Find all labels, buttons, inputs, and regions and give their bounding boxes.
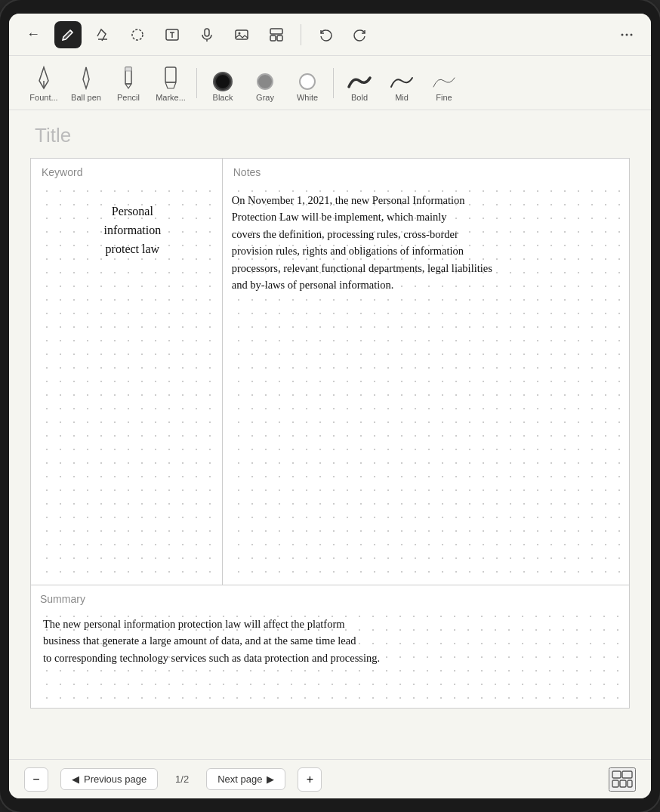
eraser-icon — [95, 27, 110, 42]
lasso-icon — [130, 27, 145, 42]
summary-section: Summary The new personal information pro… — [30, 585, 630, 709]
redo-icon — [353, 27, 368, 42]
pen-toolbar: Fount... Ball pen — [9, 56, 651, 110]
canvas-area[interactable]: Title Keyword Personalinformationprotect… — [9, 110, 651, 759]
text-icon — [165, 27, 180, 42]
text-button[interactable] — [159, 21, 186, 48]
pencil-icon — [120, 66, 137, 90]
svg-rect-15 — [125, 67, 131, 71]
fountain-pen-icon — [33, 66, 54, 90]
undo-icon — [318, 27, 333, 42]
svg-marker-17 — [165, 82, 176, 88]
white-color-icon — [299, 66, 316, 90]
keyword-header: Keyword — [40, 166, 213, 184]
notes-header: Notes — [232, 166, 620, 184]
bold-stroke-tool[interactable]: Bold — [340, 63, 379, 105]
prev-page-button[interactable]: ◀ Previous page — [60, 768, 158, 790]
fountain-pen-label: Fount... — [29, 93, 57, 102]
svg-point-9 — [626, 33, 628, 36]
notes-content[interactable]: On November 1, 2021, the new Personal In… — [232, 184, 620, 577]
bold-stroke-label: Bold — [351, 93, 368, 102]
back-button[interactable]: ← — [20, 21, 47, 48]
mid-stroke-tool[interactable]: Mid — [382, 63, 421, 105]
cornell-header-row: Keyword Personalinformationprotect law N… — [31, 159, 630, 585]
svg-rect-20 — [612, 780, 618, 787]
pencil-tool[interactable]: Pencil — [109, 63, 148, 105]
pen-color-divider — [196, 68, 197, 98]
svg-rect-16 — [165, 67, 176, 82]
white-color-label: White — [297, 93, 318, 102]
pen-weight-divider — [333, 68, 334, 98]
svg-rect-18 — [612, 771, 621, 778]
mic-icon — [199, 27, 214, 42]
grid-layout-button[interactable] — [609, 767, 636, 792]
device: ← — [0, 0, 660, 812]
svg-rect-19 — [622, 771, 632, 778]
svg-rect-7 — [277, 36, 282, 41]
more-icon — [619, 27, 634, 42]
fine-stroke-label: Fine — [436, 93, 452, 102]
svg-point-8 — [621, 33, 624, 36]
gray-color-icon — [257, 66, 273, 90]
keyword-column: Keyword Personalinformationprotect law — [31, 159, 223, 585]
black-color-icon — [214, 66, 231, 90]
svg-point-4 — [239, 32, 241, 34]
marker-label: Marke... — [156, 93, 186, 102]
screen: ← — [9, 14, 651, 798]
fine-stroke-tool[interactable]: Fine — [424, 63, 464, 105]
image-button[interactable] — [228, 21, 255, 48]
keyword-handwriting: Personalinformationprotect law — [40, 184, 213, 258]
bottom-bar: − ◀ Previous page 1/2 Next page ▶ + — [9, 759, 651, 798]
white-color-tool[interactable]: White — [288, 63, 327, 105]
summary-content[interactable]: The new personal information protection … — [40, 610, 620, 700]
minus-icon: − — [32, 773, 39, 786]
black-color-label: Black — [213, 93, 233, 102]
prev-page-label: Previous page — [84, 773, 146, 785]
pen-icon — [60, 27, 76, 42]
bold-stroke-icon — [346, 66, 373, 90]
notes-column: Notes On November 1, 2021, the new Perso… — [222, 159, 629, 585]
svg-rect-5 — [270, 29, 282, 34]
svg-rect-6 — [270, 36, 276, 41]
svg-point-10 — [631, 33, 633, 36]
mic-button[interactable] — [193, 21, 221, 48]
svg-rect-2 — [205, 29, 209, 36]
undo-button[interactable] — [312, 21, 339, 48]
page-indicator: 1/2 — [170, 773, 194, 785]
plus-icon: + — [307, 773, 313, 786]
svg-rect-22 — [628, 780, 632, 787]
marker-tool[interactable]: Marke... — [151, 63, 190, 105]
next-arrow-icon: ▶ — [267, 773, 274, 785]
summary-header: Summary — [40, 593, 620, 605]
keyword-content[interactable]: Personalinformationprotect law — [40, 184, 213, 577]
top-toolbar: ← — [9, 14, 651, 56]
gray-color-label: Gray — [256, 93, 274, 102]
lasso-button[interactable] — [124, 21, 151, 48]
ball-pen-tool[interactable]: Ball pen — [66, 63, 106, 105]
pencil-label: Pencil — [117, 93, 140, 102]
next-page-label: Next page — [217, 773, 262, 785]
summary-handwriting: The new personal information protection … — [43, 616, 617, 666]
more-button[interactable] — [613, 21, 640, 48]
fine-stroke-icon — [430, 66, 458, 90]
ball-pen-label: Ball pen — [71, 93, 101, 102]
fountain-pen-tool[interactable]: Fount... — [24, 63, 63, 105]
page-title: Title — [35, 124, 630, 147]
layout-button[interactable] — [263, 21, 290, 48]
minus-button[interactable]: − — [24, 767, 48, 792]
gray-color-tool[interactable]: Gray — [245, 63, 285, 105]
next-page-button[interactable]: Next page ▶ — [206, 768, 285, 790]
svg-point-0 — [132, 29, 143, 40]
mid-stroke-icon — [388, 66, 415, 90]
redo-button[interactable] — [347, 21, 374, 48]
ball-pen-icon — [77, 66, 95, 90]
black-color-tool[interactable]: Black — [203, 63, 242, 105]
plus-button[interactable]: + — [298, 767, 322, 792]
prev-arrow-icon: ◀ — [72, 773, 79, 785]
eraser-button[interactable] — [89, 21, 116, 48]
toolbar-divider — [301, 24, 301, 45]
pen-tool-button[interactable] — [54, 21, 82, 48]
svg-marker-14 — [125, 84, 131, 88]
marker-icon — [161, 66, 180, 90]
mid-stroke-label: Mid — [395, 93, 409, 102]
